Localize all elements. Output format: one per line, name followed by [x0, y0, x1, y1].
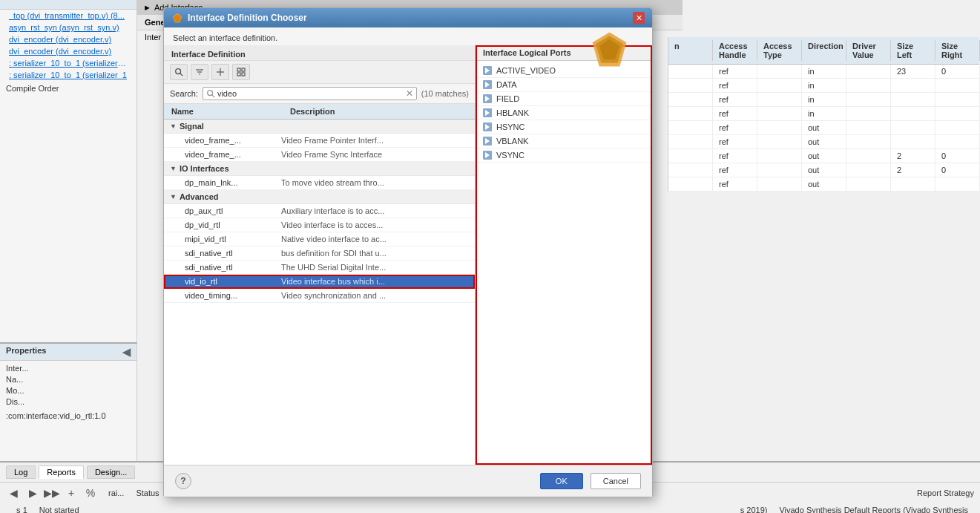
search-input[interactable] — [217, 89, 406, 98]
tab-log[interactable]: Log — [6, 465, 36, 479]
tree-item-desc-dp-main: To move video stream thro... — [281, 178, 469, 187]
properties-collapse[interactable]: ◀ — [122, 346, 131, 358]
col-name-header: Name — [164, 106, 283, 117]
sidebar-link-4[interactable]: dvi_encoder (dvi_encoder.v) — [0, 45, 137, 57]
port-icon-data — [483, 80, 492, 89]
btn-next[interactable]: ▶▶ — [45, 486, 59, 500]
table-row: ref out 2 0 — [668, 149, 979, 163]
port-name-field: FIELD — [496, 94, 519, 103]
dialog-toolbar — [164, 61, 475, 84]
dialog-footer: ? OK Cancel — [164, 465, 652, 497]
sidebar-top-label — [0, 0, 137, 10]
inter-label: Inter — [145, 33, 161, 42]
tree-item-sdi-2[interactable]: sdi_native_rtl The UHD Serial Digital In… — [164, 261, 475, 275]
tree-group-io[interactable]: ▼ IO Interfaces — [164, 162, 475, 176]
table-row: ref out — [668, 121, 979, 135]
search-clear-btn[interactable]: ✕ — [406, 88, 413, 99]
svg-rect-12 — [237, 68, 240, 71]
tree-item-dp-main[interactable]: dp_main_lnk... To move video stream thro… — [164, 176, 475, 190]
svg-marker-24 — [485, 152, 490, 158]
tree-group-advanced[interactable]: ▼ Advanced — [164, 190, 475, 204]
toolbar-expandall-btn[interactable] — [232, 64, 250, 80]
port-hblank[interactable]: HBLANK — [476, 106, 652, 120]
search-row: Search: ✕ (10 matches) — [164, 84, 475, 104]
name-field-label: Na... — [6, 375, 65, 384]
sidebar-link-1[interactable]: _top (dvi_transmitter_top.v) (8... — [0, 10, 137, 22]
toolbar-search-btn[interactable] — [170, 64, 188, 80]
cancel-button[interactable]: Cancel — [591, 473, 641, 489]
port-icon-hsync — [483, 122, 492, 131]
tree-item-dp-aux[interactable]: dp_aux_rtl Auxiliary interface is to acc… — [164, 204, 475, 218]
port-vsync[interactable]: VSYNC — [476, 148, 652, 163]
tree-item-name-1: video_frame_... — [185, 136, 281, 145]
table-row: ref out — [668, 135, 979, 149]
properties-panel: Properties ◀ Inter... Na... Mo... Dis...… — [0, 342, 137, 461]
table-row: ref out — [668, 177, 979, 192]
port-name-active-video: ACTIVE_VIDEO — [496, 66, 556, 75]
dis-field-label: Dis... — [6, 397, 65, 406]
compile-order[interactable]: Compile Order — [0, 81, 137, 96]
tab-reports[interactable]: Reports — [39, 465, 84, 479]
tree-item-desc-1: Video Frame Pointer Interf... — [281, 136, 469, 145]
port-hsync[interactable]: HSYNC — [476, 120, 652, 134]
dialog-titlebar: Interface Definition Chooser ✕ — [164, 8, 652, 27]
toolbar-filter2-btn[interactable] — [211, 64, 229, 80]
svg-marker-21 — [485, 110, 490, 116]
bg-table: n Access Handle Access Type Direction Dr… — [668, 37, 979, 192]
port-icon-hblank — [483, 108, 492, 117]
sidebar-link-6[interactable]: : serializer_10_to_1 (serializer_1 — [0, 69, 137, 81]
port-icon-active-video — [483, 66, 492, 75]
cell-sr: 0 — [935, 65, 980, 78]
port-icon-field — [483, 94, 492, 103]
tree-item-name-dp-aux: dp_aux_rtl — [185, 206, 281, 215]
tree-item-video-frame-1[interactable]: video_frame_... Video Frame Pointer Inte… — [164, 134, 475, 148]
tree-item-desc-mipi: Native video interface to ac... — [281, 235, 469, 244]
port-vblank[interactable]: VBLANK — [476, 134, 652, 148]
report-strategy-full: Vivado Synthesis Default Reports (Vivado… — [773, 505, 974, 513]
svg-marker-19 — [485, 82, 490, 88]
dialog-table-header: Name Description — [164, 104, 475, 120]
dialog-interface-chooser: Interface Definition Chooser ✕ Select an… — [163, 7, 653, 497]
svg-marker-20 — [485, 96, 490, 102]
sidebar-link-3[interactable]: dvi_encoder (dvi_encoder.v) — [0, 33, 137, 45]
tree-item-sdi-1[interactable]: sdi_native_rtl bus definition for SDI th… — [164, 246, 475, 261]
tree-item-dp-vid[interactable]: dp_vid_rtl Video interface is to acces..… — [164, 218, 475, 232]
report-row: _s 1 Not started s 2019) Vivado Synthesi… — [0, 503, 980, 513]
help-button[interactable]: ? — [175, 473, 191, 489]
ok-button[interactable]: OK — [540, 473, 583, 489]
interface-path-value: :com:interface:vid_io_rtl:1.0 — [6, 408, 131, 423]
ports-list: ACTIVE_VIDEO DATA FIELD — [476, 61, 652, 465]
tree-item-desc-dp-vid: Video interface is to acces... — [281, 220, 469, 229]
report-status-label: Not started — [33, 505, 85, 513]
tree-item-name-sdi-2: sdi_native_rtl — [185, 263, 281, 272]
port-name-hblank: HBLANK — [496, 108, 529, 117]
col-size-left: Size Left — [891, 40, 935, 61]
table-row: ref out 2 0 — [668, 163, 979, 177]
svg-rect-14 — [237, 73, 240, 76]
tree-group-signal[interactable]: ▼ Signal — [164, 120, 475, 134]
dialog-tree: ▼ Signal video_frame_... Video Frame Poi… — [164, 120, 475, 465]
port-data[interactable]: DATA — [476, 78, 652, 92]
sidebar-link-5[interactable]: : serializer_10_to_1 (serializer_... — [0, 57, 137, 69]
tree-item-desc-dp-aux: Auxiliary interface is to acc... — [281, 206, 469, 215]
table-row: ref in — [668, 107, 979, 121]
sidebar-link-2[interactable]: asyn_rst_syn (asyn_rst_syn.v) — [0, 22, 137, 33]
col-access-type: Access Type — [757, 40, 802, 61]
tree-item-vid-io-rtl[interactable]: vid_io_rtl Video interface bus which i..… — [164, 275, 475, 289]
dialog-close-button[interactable]: ✕ — [633, 12, 645, 24]
port-field[interactable]: FIELD — [476, 92, 652, 106]
report-strategy-label: Report Strategy — [917, 489, 974, 497]
btn-add[interactable]: + — [64, 486, 79, 500]
toolbar-filter1-btn[interactable] — [191, 64, 208, 80]
tree-item-name-vid-io: vid_io_rtl — [185, 277, 281, 286]
btn-prev-prev[interactable]: ◀ — [6, 486, 21, 500]
chevron-signal: ▼ — [170, 122, 177, 130]
vivado-logo-large — [589, 29, 630, 70]
tab-design[interactable]: Design... — [87, 465, 135, 479]
port-name-hsync: HSYNC — [496, 122, 525, 131]
tree-item-mipi[interactable]: mipi_vid_rtl Native video interface to a… — [164, 232, 475, 246]
btn-percent[interactable]: % — [83, 486, 98, 500]
tree-item-video-frame-2[interactable]: video_frame_... Video Frame Sync Interfa… — [164, 148, 475, 162]
tree-item-video-timing[interactable]: video_timing... Video synchronization an… — [164, 289, 475, 303]
btn-prev[interactable]: ▶ — [25, 486, 40, 500]
